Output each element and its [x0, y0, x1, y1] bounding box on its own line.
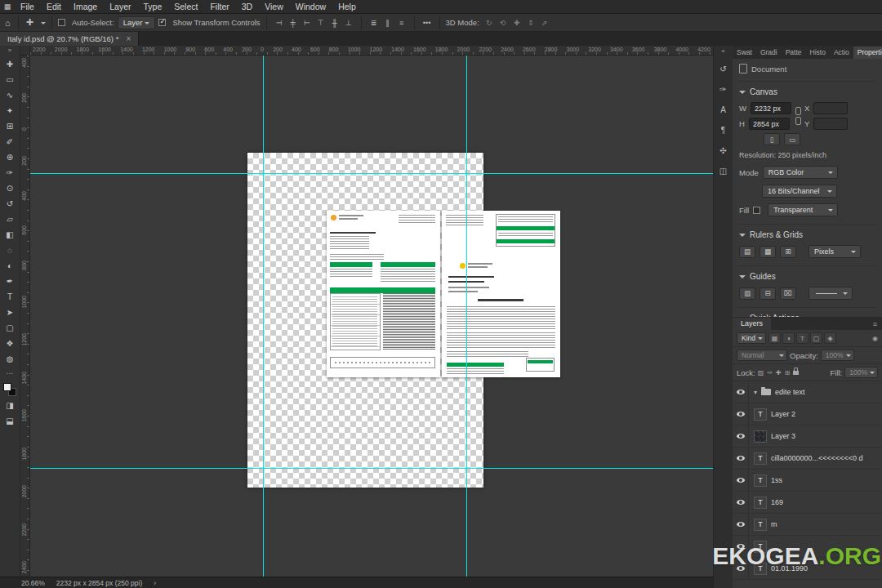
canvas-viewport[interactable] — [30, 56, 713, 577]
layers-fill-field[interactable]: 100% — [844, 367, 878, 378]
lock-guides-icon[interactable]: ⊟ — [760, 287, 776, 300]
close-icon[interactable]: × — [126, 34, 131, 43]
panel-tab-actio[interactable]: Actio — [830, 47, 853, 59]
menu-help[interactable]: Help — [332, 0, 362, 13]
panel-tab-patte[interactable]: Patte — [782, 47, 806, 59]
lock-transparent-pixels-icon[interactable]: ▨ — [758, 369, 764, 376]
toggle-guides-icon[interactable]: ▥ — [739, 287, 755, 300]
bit-depth-dropdown[interactable]: 16 Bits/Channel — [762, 185, 837, 198]
gradient-tool[interactable]: ◧ — [2, 227, 19, 243]
brush-tool[interactable]: ✑ — [2, 165, 19, 180]
panel-tab-gradi[interactable]: Gradi — [756, 47, 782, 59]
hand-tool[interactable]: ❖ — [2, 336, 19, 351]
align-horizontal-centers-icon[interactable]: ╪ — [287, 16, 300, 29]
quick-mask-icon[interactable]: ◨ — [2, 398, 19, 413]
distribute-vertically-icon[interactable]: ≣ — [368, 16, 381, 29]
home-icon[interactable]: ⌂ — [3, 18, 12, 28]
toggle-rulers-icon[interactable]: ▤ — [739, 246, 755, 258]
link-dimensions-icon[interactable] — [795, 106, 801, 126]
panel-tab-swat[interactable]: Swat — [733, 47, 756, 59]
toggle-grid-icon[interactable]: ▦ — [760, 246, 776, 258]
pan-3d-camera-icon[interactable]: ✚ — [510, 16, 523, 29]
portrait-orientation-icon[interactable]: ▯ — [764, 133, 780, 145]
ruler-left[interactable]: 4002000200400600800100012001400160018002… — [20, 56, 30, 577]
ruler-units-dropdown[interactable]: Pixels — [808, 245, 861, 258]
menu-image[interactable]: Image — [68, 0, 103, 13]
orbit-3d-camera-icon[interactable]: ↻ — [483, 16, 496, 29]
pen-tool[interactable]: ✒ — [2, 274, 19, 289]
document-tab[interactable]: Italy id.psd @ 20.7% (RGB/16) * × — [0, 32, 139, 46]
brush-settings-panel-icon[interactable]: ✑ — [716, 82, 731, 96]
filter-adjustment-layers-icon[interactable]: ◑ — [782, 332, 795, 344]
landscape-orientation-icon[interactable]: ▭ — [784, 133, 800, 145]
color-mode-dropdown[interactable]: RGB Color — [763, 166, 838, 179]
align-top-edges-icon[interactable]: ⊤ — [314, 16, 327, 29]
layer-row[interactable]: TLayer 2 — [733, 403, 882, 425]
align-vertical-centers-icon[interactable]: ╫ — [328, 16, 341, 29]
marquee-tool[interactable]: ▭ — [2, 72, 19, 87]
align-bottom-edges-icon[interactable]: ⊥ — [342, 16, 355, 29]
menu-type[interactable]: Type — [137, 0, 167, 13]
layer-row[interactable]: T169 — [733, 492, 882, 514]
fill-dropdown[interactable]: Transparent — [768, 203, 838, 216]
more-options-button[interactable]: ••• — [421, 16, 434, 29]
eyedropper-tool[interactable]: ✐ — [2, 134, 19, 149]
zoom-level-field[interactable]: 20.66% — [21, 579, 45, 587]
healing-brush-tool[interactable]: ⊕ — [2, 149, 19, 165]
chevron-down-icon[interactable]: ▾ — [754, 389, 757, 396]
slide-3d-camera-icon[interactable]: ⇕ — [524, 16, 537, 29]
quick-selection-tool[interactable]: ✦ — [2, 103, 19, 118]
paragraph-panel-icon[interactable]: ¶ — [716, 123, 731, 136]
visibility-toggle[interactable] — [733, 492, 749, 513]
tab-layers[interactable]: Layers — [733, 318, 771, 330]
visibility-toggle[interactable] — [733, 403, 749, 425]
filter-smart-objects-icon[interactable]: ◈ — [824, 332, 836, 344]
menu-filter[interactable]: Filter — [204, 0, 234, 13]
glyphs-panel-icon[interactable]: ✣ — [716, 144, 731, 157]
expand-toolbar-icon[interactable]: » — [8, 47, 11, 54]
menu-window[interactable]: Window — [290, 0, 332, 13]
panel-tab-histo[interactable]: Histo — [806, 47, 830, 59]
visibility-toggle[interactable] — [733, 425, 749, 447]
lock-artboard-icon[interactable]: ⊞ — [785, 369, 791, 376]
menu-3d[interactable]: 3D — [236, 0, 258, 13]
zoom-tool[interactable]: ◍ — [2, 351, 19, 367]
layer-row[interactable]: Tcilla0000000...<<<<<<<<0 d — [733, 448, 882, 470]
character-panel-icon[interactable]: A — [716, 103, 731, 116]
history-brush-tool[interactable]: ↺ — [2, 196, 19, 212]
screen-mode-icon[interactable]: ⬓ — [2, 413, 19, 429]
menu-file[interactable]: File — [15, 0, 40, 13]
guide-vertical[interactable] — [466, 56, 467, 577]
libraries-panel-icon[interactable]: ◫ — [716, 164, 731, 177]
opacity-field[interactable]: 100% — [821, 350, 854, 361]
collapse-panels-icon[interactable]: « — [721, 47, 724, 55]
show-transform-controls-checkbox[interactable] — [158, 19, 166, 26]
section-quick-actions[interactable]: Quick Actions — [739, 307, 875, 318]
menu-view[interactable]: View — [259, 0, 289, 13]
align-right-edges-icon[interactable]: ⊢ — [301, 16, 314, 29]
move-tool-preset-icon[interactable]: ✚ — [24, 17, 35, 28]
clone-stamp-tool[interactable]: ⊙ — [2, 180, 19, 196]
section-guides[interactable]: Guides — [739, 265, 875, 281]
move-tool[interactable]: ✚ — [2, 56, 19, 72]
eraser-tool[interactable]: ▱ — [2, 212, 19, 227]
ruler-top[interactable]: 2200200018001600140012001000800600400200… — [30, 46, 713, 56]
clear-guides-icon[interactable]: ⌧ — [780, 287, 796, 300]
height-field[interactable]: 2854 px — [749, 118, 790, 130]
x-field[interactable] — [813, 102, 848, 114]
panel-menu-icon[interactable]: ≡ — [873, 320, 882, 330]
section-canvas[interactable]: Canvas — [739, 81, 875, 96]
guide-horizontal[interactable] — [30, 173, 713, 174]
blend-mode-dropdown[interactable]: Normal — [737, 350, 787, 361]
guide-style-dropdown[interactable] — [808, 287, 853, 300]
menu-layer[interactable]: Layer — [104, 0, 136, 13]
auto-select-target-dropdown[interactable]: Layer — [118, 16, 156, 29]
path-selection-tool[interactable]: ➤ — [2, 305, 19, 320]
color-swatches[interactable] — [3, 383, 16, 396]
layer-filter-kind-dropdown[interactable]: Kind — [737, 332, 766, 344]
guide-horizontal[interactable] — [30, 468, 713, 469]
filter-type-layers-icon[interactable]: T — [796, 332, 808, 344]
layer-filter-toggle-icon[interactable]: ◉ — [872, 335, 878, 342]
status-arrow-icon[interactable]: › — [154, 579, 156, 587]
app-grid-icon[interactable]: ▦ — [0, 2, 15, 11]
